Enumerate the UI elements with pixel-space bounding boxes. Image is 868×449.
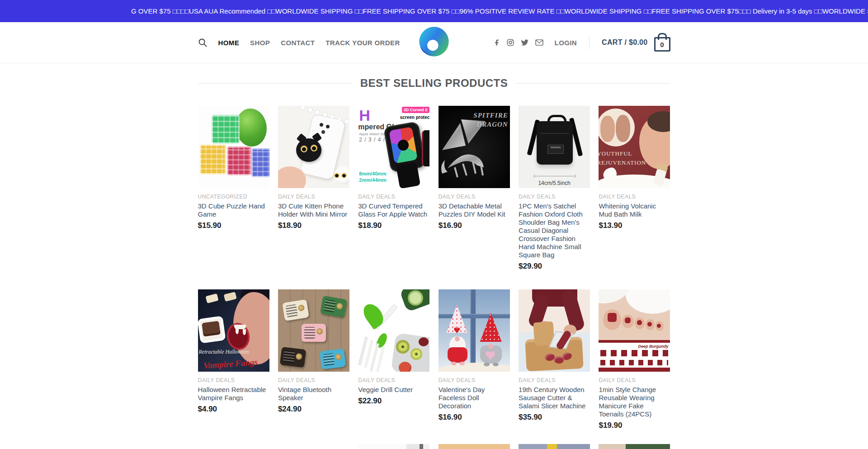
product-image-vintage-speakers[interactable]: [278, 289, 349, 372]
product-card[interactable]: DAILY DEALS Valentine's Day Faceless Dol…: [439, 289, 510, 422]
product-card[interactable]: UNCATEGORIZED 3D Cube Puzzle Hand Game $…: [198, 106, 269, 230]
nav-item-home[interactable]: HOME: [218, 39, 240, 47]
promo-banner-text: G OVER $75 □□□□USA AUA Recommended □□WOR…: [131, 7, 868, 15]
product-card[interactable]: YOUTHFUL REJUVENATION DAILY DEALS Whiten…: [599, 106, 670, 230]
product-image[interactable]: [278, 444, 349, 449]
product-card[interactable]: DAILY DEALS Veggie Drill Cutter $22.90: [358, 289, 429, 406]
product-title[interactable]: Whitening Volcanic Mud Bath Milk: [599, 202, 670, 218]
product-image-fake-toenails[interactable]: Deep Burgundy: [599, 289, 670, 372]
product-title[interactable]: 3D Detachable Metal Puzzles DIY Model Ki…: [439, 202, 510, 218]
product-price: $19.90: [599, 421, 670, 430]
watch-band-shape: [396, 162, 420, 188]
spare-rods-shape: [359, 336, 368, 365]
product-card[interactable]: [278, 444, 349, 449]
product-image-satchel-bag[interactable]: FASHION 14cm/5.5inch: [519, 106, 590, 188]
product-category: DAILY DEALS: [519, 377, 590, 383]
product-card[interactable]: DAILY DEALS 19th Century Wooden Sausage …: [519, 289, 590, 422]
product-card[interactable]: Deep Burgundy DAILY DEALS 1min Style Cha…: [599, 289, 670, 430]
product-title[interactable]: Vintage Bluetooth Speaker: [278, 386, 349, 402]
product-image-sausage-slicer[interactable]: [519, 289, 590, 372]
product-image-watch-glass[interactable]: H mpered Glass Apple Watch Series 2 / 3 …: [358, 106, 429, 188]
product-image[interactable]: [599, 444, 670, 449]
bag-label: FASHION: [547, 145, 564, 154]
cat-eye-shape: [311, 145, 317, 151]
login-link[interactable]: LOGIN: [555, 39, 577, 47]
product-card[interactable]: [358, 444, 429, 449]
product-category: DAILY DEALS: [599, 377, 670, 383]
product-title[interactable]: 19th Century Wooden Sausage Cutter & Sal…: [519, 386, 590, 410]
cat-eye-shape: [301, 146, 307, 152]
product-image-metal-dragon[interactable]: SPITFIRE DRAGON: [439, 106, 510, 188]
product-category: DAILY DEALS: [439, 377, 510, 383]
product-image-mud-bath-milk[interactable]: YOUTHFUL REJUVENATION: [599, 106, 670, 188]
image-text: Vampire Fangs: [203, 357, 258, 371]
product-price: $24.90: [278, 405, 349, 414]
facebook-icon[interactable]: [493, 39, 500, 46]
product-image[interactable]: [519, 444, 590, 449]
product-card[interactable]: [439, 444, 510, 449]
product-card[interactable]: SPITFIRE DRAGON DAILY DEALS 3D Detachabl…: [439, 106, 510, 230]
search-icon[interactable]: [198, 38, 208, 47]
product-card[interactable]: [198, 444, 269, 449]
nav-item-track-order[interactable]: TRACK YOUR ORDER: [326, 39, 400, 47]
nail-tips-row: [600, 360, 668, 365]
product-image-vampire-fangs[interactable]: Retractable Halloween Vampire Fangs: [198, 289, 269, 372]
nav-item-shop[interactable]: SHOP: [250, 39, 270, 47]
product-title[interactable]: Valentine's Day Faceless Doll Decoration: [439, 386, 510, 410]
product-price: $22.90: [358, 397, 429, 406]
product-card[interactable]: DAILY DEALS 3D Cute Kitten Phone Holder …: [278, 106, 349, 230]
product-image-cube-puzzle[interactable]: [198, 106, 269, 188]
product-image-kitten-holder[interactable]: [278, 106, 349, 188]
divider-bar: [599, 340, 670, 343]
product-image-veggie-cutter[interactable]: [358, 289, 429, 372]
fangs-case-inner-shape: [202, 321, 221, 337]
product-image[interactable]: [439, 444, 510, 449]
product-category: DAILY DEALS: [198, 377, 269, 383]
product-title[interactable]: 3D Curved Tempered Glass For Apple Watch: [358, 202, 429, 218]
fang-shape: [243, 329, 246, 335]
instagram-icon[interactable]: [507, 39, 514, 46]
promo-banner: G OVER $75 □□□□USA AUA Recommended □□WOR…: [0, 0, 868, 22]
toenail-shape: [625, 317, 631, 323]
product-title[interactable]: Veggie Drill Cutter: [358, 386, 429, 394]
product-card[interactable]: DAILY DEALS Vintage Bluetooth Speaker $2…: [278, 289, 349, 414]
product-title[interactable]: 1min Style Change Reusable Wearing Manic…: [599, 386, 670, 418]
phone-camera-shape: [320, 123, 323, 127]
product-title[interactable]: Halloween Retractable Vampire Fangs: [198, 386, 269, 402]
drill-handle-shape: [375, 332, 389, 349]
product-category: DAILY DEALS: [519, 194, 590, 200]
product-image[interactable]: [198, 444, 269, 449]
divider-bar: [599, 368, 670, 372]
product-price: $16.90: [439, 221, 510, 230]
product-image-gnome-dolls[interactable]: [439, 289, 510, 372]
cart-link[interactable]: CART / $0.00 0: [602, 33, 670, 52]
image-text: YOUTHFUL REJUVENATION: [599, 149, 646, 167]
gnome-nose-shape: [488, 344, 493, 349]
product-title[interactable]: 3D Cute Kitten Phone Holder With Mini Mi…: [278, 202, 349, 218]
product-card[interactable]: [519, 444, 590, 449]
watch-side-shape: [422, 130, 429, 166]
bag-body-shape: [537, 121, 573, 165]
product-card[interactable]: Retractable Halloween Vampire Fangs DAIL…: [198, 289, 269, 414]
plant-decor: [236, 109, 267, 147]
product-price: $13.90: [599, 221, 670, 230]
product-price: $18.90: [358, 221, 429, 230]
site-logo[interactable]: [419, 26, 449, 59]
product-price: $29.90: [519, 262, 590, 271]
blue-cube-shape: [251, 148, 269, 177]
product-card[interactable]: FASHION 14cm/5.5inch DAILY DEALS 1PC Men…: [519, 106, 590, 271]
image-text: 14cm/5.5inch: [519, 180, 590, 186]
cat-face-shape: [296, 138, 321, 162]
face-shape: [600, 116, 615, 142]
red-cube-shape: [227, 147, 251, 175]
twitter-icon[interactable]: [521, 39, 528, 46]
nav-item-contact[interactable]: CONTACT: [281, 39, 315, 47]
product-card[interactable]: [599, 444, 670, 449]
product-card[interactable]: H mpered Glass Apple Watch Series 2 / 3 …: [358, 106, 429, 230]
product-title[interactable]: 3D Cube Puzzle Hand Game: [198, 202, 269, 218]
product-image[interactable]: [358, 444, 429, 449]
cat-eye-shape: [334, 173, 340, 178]
product-price: $15.90: [198, 221, 269, 230]
product-title[interactable]: 1PC Men's Satchel Fashion Oxford Cloth S…: [519, 202, 590, 259]
email-icon[interactable]: [535, 39, 543, 46]
